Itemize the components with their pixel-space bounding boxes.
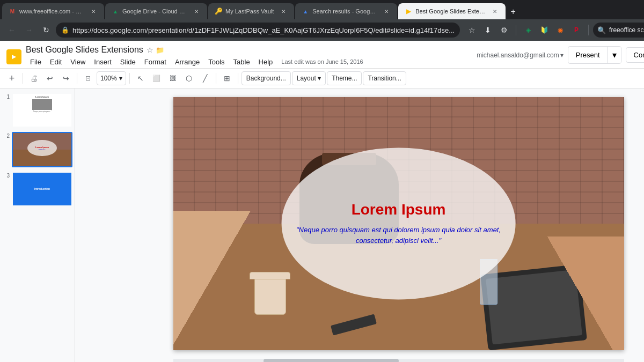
tab2-favicon: ▲ — [112, 8, 119, 15]
tab3-close[interactable]: ✕ — [279, 7, 288, 16]
scrollbar-thumb — [264, 359, 399, 362]
tab5-favicon: ▶ — [405, 8, 412, 15]
tab4-close[interactable]: ✕ — [382, 7, 391, 16]
slide-body-text: "Neque porro quisquam est qui dolorem ip… — [292, 225, 505, 246]
present-dropdown-button[interactable]: ▾ — [608, 47, 621, 63]
folder-icon[interactable]: 📁 — [156, 46, 164, 54]
browser-tab-4[interactable]: ▲ Search results - Google Dri... ✕ — [295, 3, 397, 19]
search-bar[interactable]: 🔍 freeoffice screenshots — [593, 23, 644, 38]
extension-icon-2[interactable]: 🔰 — [537, 23, 552, 38]
star-icon[interactable]: ☆ — [147, 46, 153, 54]
tab2-close[interactable]: ✕ — [192, 7, 201, 16]
theme-label: Theme... — [332, 75, 357, 82]
toolbar-undo-button[interactable]: ↩ — [42, 71, 57, 86]
tab2-label: Google Drive - Cloud Stor... — [122, 8, 187, 14]
toolbar-crop-button[interactable]: ⊞ — [219, 71, 235, 86]
transition-button[interactable]: Transition... — [363, 71, 406, 85]
toolbar-sep-3 — [129, 73, 130, 84]
tab4-favicon: ▲ — [302, 8, 309, 15]
slide-canvas-area: Lorem Ipsum "Neque porro quisquam est qu… — [75, 88, 644, 362]
slides-header: ▶ Best Google Slides Extensions ☆ 📁 File… — [0, 41, 644, 69]
slide-thumb-2[interactable]: 2 Lorem Ipsum "Neque porro..." — [2, 132, 72, 167]
toolbar-zoom-fit-button[interactable]: ⊡ — [80, 71, 96, 86]
slide-horizontal-scrollbar[interactable] — [173, 359, 624, 362]
zoom-dropdown-icon: ▾ — [119, 75, 122, 82]
slides-title-area: Best Google Slides Extensions ☆ 📁 File E… — [26, 45, 277, 68]
toolbar-redo-button[interactable]: ↪ — [58, 71, 74, 86]
slides-logo: ▶ — [6, 49, 21, 64]
menu-format[interactable]: Format — [140, 56, 171, 68]
extension-icon-4[interactable]: P — [569, 23, 584, 38]
settings-button[interactable]: ⚙ — [496, 23, 511, 38]
browser-chrome: M www.freeoffice.com - Down... ✕ ▲ Googl… — [0, 0, 644, 41]
slides-header-right: michael.ansaldo@gmail.com ▾ Present ▾ Co… — [477, 46, 644, 67]
comments-button[interactable]: Comments — [626, 47, 644, 63]
tab4-label: Search results - Google Dri... — [312, 8, 377, 14]
browser-tab-2[interactable]: ▲ Google Drive - Cloud Stor... ✕ — [105, 3, 207, 19]
tab1-close[interactable]: ✕ — [89, 7, 98, 16]
cast-button[interactable]: ⬇ — [480, 23, 495, 38]
new-tab-button[interactable]: + — [506, 4, 521, 19]
url-text: https://docs.google.com/presentation/d/1… — [72, 26, 455, 34]
slide-canvas[interactable]: Lorem Ipsum "Neque porro quisquam est qu… — [173, 97, 624, 350]
slide-num-1: 1 — [2, 93, 10, 100]
menu-bar: File Edit View Insert Slide Format Arran… — [26, 56, 277, 68]
toolbar-select-tool[interactable]: ⬜ — [149, 71, 164, 86]
menu-arrange[interactable]: Arrange — [171, 56, 204, 68]
toolbar-line-tool[interactable]: ╱ — [197, 71, 213, 86]
menu-tools[interactable]: Tools — [204, 56, 229, 68]
layout-label: Layout ▾ — [297, 75, 321, 82]
user-dropdown-icon: ▾ — [560, 51, 564, 59]
menu-insert[interactable]: Insert — [90, 56, 116, 68]
toolbar-add-button[interactable]: + — [4, 71, 19, 86]
slide-num-2: 2 — [2, 132, 10, 139]
background-button[interactable]: Background... — [241, 71, 291, 85]
slide-preview-2: Lorem Ipsum "Neque porro..." — [12, 132, 72, 167]
theme-button[interactable]: Theme... — [327, 71, 362, 85]
present-main-label: Present — [568, 48, 608, 62]
address-bar-row: ← → ↻ 🔒 https://docs.google.com/presenta… — [0, 19, 644, 41]
extension-icon-1[interactable]: ◈ — [521, 23, 536, 38]
browser-tab-1[interactable]: M www.freeoffice.com - Down... ✕ — [2, 3, 104, 19]
layout-button[interactable]: Layout ▾ — [292, 71, 326, 85]
ssl-lock-icon: 🔒 — [61, 26, 69, 34]
toolbar-shape-tool[interactable]: ⬡ — [181, 71, 196, 86]
search-icon: 🔍 — [597, 26, 606, 34]
toolbar: + 🖨 ↩ ↪ ⊡ 100% ▾ ↖ ⬜ 🖼 ⬡ ╱ ⊞ — [0, 69, 644, 88]
toolbar-image-tool[interactable]: 🖼 — [165, 71, 180, 86]
browser-window: M www.freeoffice.com - Down... ✕ ▲ Googl… — [0, 0, 644, 362]
tab1-label: www.freeoffice.com - Down... — [19, 8, 84, 14]
tab3-label: My LastPass Vault — [225, 8, 274, 14]
menu-help[interactable]: Help — [254, 56, 277, 68]
tab5-label: Best Google Slides Extensio... — [415, 8, 485, 14]
menu-table[interactable]: Table — [229, 56, 254, 68]
menu-file[interactable]: File — [26, 56, 46, 68]
forward-button[interactable]: → — [21, 23, 36, 38]
menu-slide[interactable]: Slide — [116, 56, 140, 68]
toolbar-sep-2 — [77, 73, 77, 84]
browser-tab-3[interactable]: 🔑 My LastPass Vault ✕ — [208, 3, 294, 19]
toolbar-sep-5 — [238, 73, 238, 84]
extension-icon-3[interactable]: ◉ — [553, 23, 568, 38]
browser-tab-5[interactable]: ▶ Best Google Slides Extensio... ✕ — [398, 3, 506, 19]
slides-app: ▶ Best Google Slides Extensions ☆ 📁 File… — [0, 41, 644, 362]
zoom-value: 100% — [100, 75, 117, 82]
toolbar-zoom-widget[interactable]: 100% ▾ — [97, 71, 126, 85]
address-bar[interactable]: 🔒 https://docs.google.com/presentation/d… — [56, 23, 460, 38]
toolbar-print-button[interactable]: 🖨 — [26, 71, 41, 86]
slides-panel: 1 Lorem Ipsum "Neque porro quisquam..." — [0, 88, 75, 362]
user-email[interactable]: michael.ansaldo@gmail.com ▾ — [477, 51, 564, 59]
back-button[interactable]: ← — [4, 23, 19, 38]
toolbar-sep-1 — [23, 73, 23, 84]
tab5-close[interactable]: ✕ — [491, 7, 499, 16]
slide-thumb-1[interactable]: 1 Lorem Ipsum "Neque porro quisquam..." — [2, 93, 72, 128]
menu-view[interactable]: View — [66, 56, 90, 68]
menu-edit[interactable]: Edit — [46, 56, 66, 68]
slide-thumb-3[interactable]: 3 Introduction — [2, 172, 72, 206]
bookmark-star-button[interactable]: ☆ — [464, 23, 479, 38]
toolbar-cursor-tool[interactable]: ↖ — [133, 71, 148, 86]
present-button[interactable]: Present ▾ — [568, 46, 621, 64]
search-text: freeoffice screenshots — [609, 26, 644, 34]
reload-button[interactable]: ↻ — [39, 23, 54, 38]
user-email-text: michael.ansaldo@gmail.com — [477, 51, 559, 59]
